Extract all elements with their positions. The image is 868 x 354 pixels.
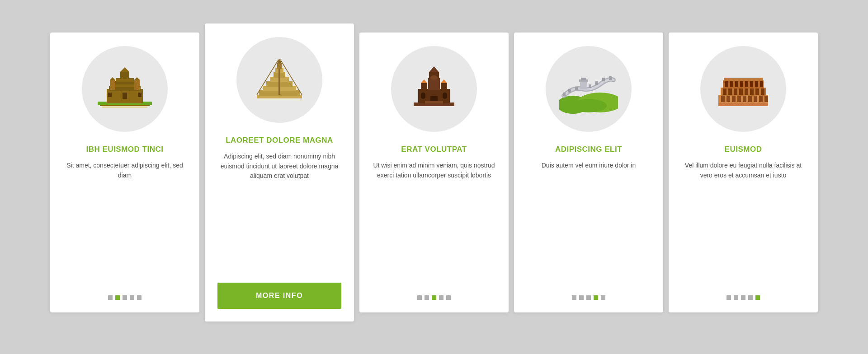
dot	[115, 295, 120, 300]
card-4: ADIPISCING ELIT Duis autem vel eum iriur…	[514, 33, 663, 312]
svg-rect-78	[755, 88, 759, 95]
more-info-button[interactable]: MORE INFO	[217, 283, 341, 309]
dot	[108, 295, 113, 300]
svg-marker-40	[441, 79, 447, 83]
card-5-title: EUISMOD	[725, 144, 762, 154]
svg-rect-74	[734, 88, 737, 95]
svg-rect-51	[589, 84, 591, 88]
svg-rect-77	[750, 88, 754, 95]
svg-rect-14	[123, 93, 127, 99]
card-5: EUISMOD Vel illum dolore eu feugiat null…	[669, 33, 818, 312]
svg-rect-47	[563, 93, 566, 96]
card-4-dots	[572, 295, 605, 300]
card-5-body: Vel illum dolore eu feugiat nulla facili…	[681, 161, 805, 283]
angkor-icon	[95, 60, 154, 118]
card-2: LAOREET DOLORE MAGNA Adipiscing elit, se…	[205, 23, 354, 321]
dot	[130, 295, 134, 300]
svg-rect-55	[580, 81, 587, 89]
church-icon	[405, 60, 463, 118]
icon-circle-3	[391, 46, 477, 132]
svg-marker-36	[429, 66, 439, 72]
pyramid-icon	[250, 51, 309, 109]
svg-point-46	[571, 99, 607, 112]
card-4-title: ADIPISCING ELIT	[555, 144, 622, 154]
svg-rect-13	[108, 93, 112, 97]
svg-rect-65	[732, 96, 736, 102]
svg-rect-25	[277, 63, 282, 69]
card-3-body: Ut wisi enim ad minim veniam, quis nostr…	[372, 161, 496, 283]
icon-circle-4	[546, 46, 632, 132]
dot	[594, 295, 598, 300]
svg-rect-11	[134, 80, 140, 90]
svg-rect-62	[724, 78, 763, 81]
svg-rect-52	[595, 81, 598, 85]
card-3-title: ERAT VOLUTPAT	[401, 144, 467, 154]
svg-rect-54	[609, 76, 612, 80]
svg-rect-42	[425, 101, 443, 103]
cards-container: IBH EUISMOD TINCI Sit amet, consectetuer…	[32, 14, 836, 340]
svg-marker-8	[120, 67, 129, 72]
svg-rect-63	[721, 96, 725, 102]
card-1-body: Sit amet, consectetuer adipiscing elit, …	[63, 161, 187, 283]
svg-rect-39	[441, 83, 447, 90]
card-5-dots	[726, 295, 760, 300]
svg-rect-70	[759, 96, 763, 102]
dot	[432, 295, 436, 300]
svg-rect-75	[739, 88, 743, 95]
svg-rect-33	[443, 93, 447, 99]
svg-rect-64	[726, 96, 730, 102]
svg-rect-16	[102, 106, 147, 108]
svg-marker-38	[421, 79, 427, 83]
svg-rect-73	[728, 88, 732, 95]
dot	[601, 295, 605, 300]
dot	[586, 295, 591, 300]
svg-rect-71	[764, 96, 768, 102]
icon-circle-2	[236, 37, 322, 123]
card-3-dots	[417, 295, 451, 300]
card-1-dots	[108, 295, 142, 300]
icon-circle-5	[700, 46, 786, 132]
dot	[123, 295, 127, 300]
card-1-title: IBH EUISMOD TINCI	[86, 144, 164, 154]
svg-rect-76	[745, 88, 748, 95]
dot	[755, 295, 760, 300]
card-3: ERAT VOLUTPAT Ut wisi enim ad minim veni…	[359, 33, 509, 312]
svg-rect-48	[568, 89, 571, 93]
svg-rect-82	[735, 81, 738, 87]
dot	[425, 295, 429, 300]
dot	[748, 295, 753, 300]
svg-rect-57	[581, 78, 586, 80]
svg-rect-15	[138, 93, 142, 97]
svg-rect-37	[421, 83, 427, 90]
card-1: IBH EUISMOD TINCI Sit amet, consectetuer…	[50, 33, 199, 312]
svg-rect-32	[421, 93, 425, 99]
svg-rect-81	[730, 81, 733, 87]
svg-rect-68	[748, 96, 752, 102]
dot	[726, 295, 731, 300]
svg-rect-43	[423, 103, 445, 105]
svg-rect-66	[737, 96, 741, 102]
great-wall-icon	[559, 60, 618, 118]
svg-point-41	[430, 75, 438, 80]
svg-rect-79	[761, 88, 764, 95]
colosseum-icon	[714, 60, 773, 118]
svg-rect-7	[120, 72, 129, 79]
svg-rect-72	[723, 88, 726, 95]
svg-rect-83	[740, 81, 743, 87]
dot	[439, 295, 443, 300]
icon-circle-1	[82, 46, 168, 132]
svg-rect-69	[754, 96, 757, 102]
svg-rect-58	[718, 102, 768, 106]
svg-rect-86	[755, 81, 758, 87]
svg-rect-85	[750, 81, 753, 87]
dot	[417, 295, 422, 300]
svg-rect-53	[602, 78, 605, 81]
svg-marker-12	[134, 77, 140, 80]
dot	[734, 295, 738, 300]
svg-rect-84	[745, 81, 748, 87]
svg-rect-49	[575, 87, 578, 90]
dot	[572, 295, 576, 300]
svg-rect-9	[110, 80, 115, 90]
svg-marker-10	[110, 77, 115, 80]
dot	[741, 295, 745, 300]
